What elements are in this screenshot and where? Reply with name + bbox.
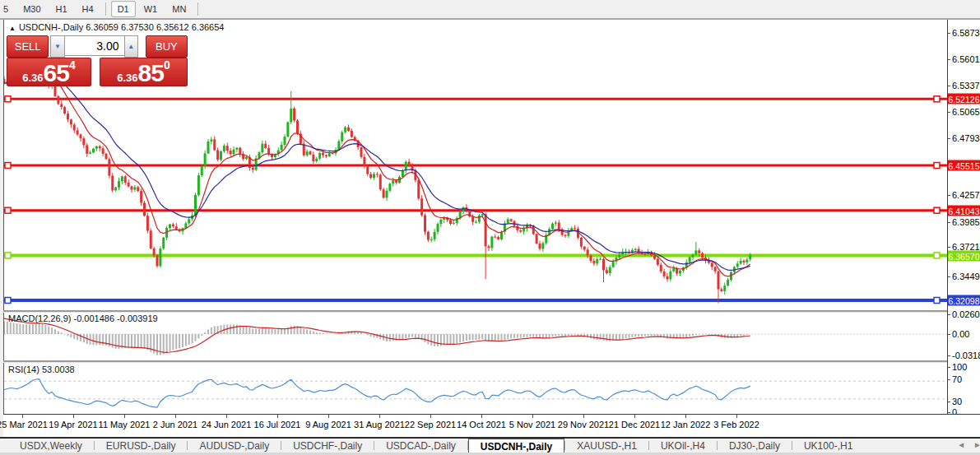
date-label: 25 Mar 2021 <box>0 420 48 429</box>
timeframe-button-w1[interactable]: W1 <box>137 1 165 17</box>
macd-axis-label: 0.00 <box>952 329 969 339</box>
tab-dj30-daily[interactable]: DJ30-,Daily <box>718 439 792 453</box>
trading-platform-window: 5M30H1H4D1W1MN ▲USDCNH-,Daily 6.36059 6.… <box>0 0 980 455</box>
buy-price-pip: 0 <box>164 59 170 71</box>
macd-label: MACD(12,26,9) -0.001486 -0.003919 <box>8 313 158 323</box>
date-label: 14 Oct 2021 <box>457 420 506 429</box>
date-tick <box>634 415 635 418</box>
date-tick <box>685 415 686 418</box>
price-axis-label: 6.47930 <box>952 133 980 143</box>
tab-usdchf-daily[interactable]: USDCHF-,Daily <box>281 439 374 453</box>
date-tick <box>226 415 227 418</box>
panel-splitter-macd[interactable] <box>3 310 980 313</box>
tab-usdx-weekly[interactable]: USDX,Weekly <box>8 439 94 453</box>
timeframe-button-h4[interactable]: H4 <box>76 1 100 17</box>
volume-input[interactable] <box>65 35 124 56</box>
macd-values: -0.001486 -0.003919 <box>73 313 157 323</box>
tab-audusd-daily[interactable]: AUDUSD-,Daily <box>188 439 281 453</box>
price-level-tag: 6.36570 <box>948 251 980 262</box>
price-axis-label: 6.53370 <box>952 81 980 91</box>
date-label: 5 Nov 2021 <box>509 420 555 429</box>
price-axis-label: 6.58730 <box>952 28 980 38</box>
ohlc-high: 6.37530 <box>121 22 154 32</box>
date-label: 9 Aug 2021 <box>305 420 351 429</box>
tab-scroll-arrows: ◄► <box>957 440 980 449</box>
toolbar-separator <box>105 2 106 16</box>
price-level-tag: 6.32098 <box>948 295 980 306</box>
timeframe-button-h1[interactable]: H1 <box>49 1 74 17</box>
buy-price-prefix: 6.36 <box>117 71 137 85</box>
tab-eurusd-daily[interactable]: EURUSD-,Daily <box>95 439 188 453</box>
timeframe-button-mn[interactable]: MN <box>165 1 193 17</box>
tab-uk100-h1[interactable]: UK100-,H1 <box>792 439 864 453</box>
collapse-arrow-icon[interactable]: ▲ <box>9 25 16 32</box>
date-tick <box>175 415 176 418</box>
rsi-axis-label: 100 <box>952 362 967 372</box>
price-axis-label: 6.42570 <box>952 190 980 200</box>
timeframe-button-m30[interactable]: M30 <box>16 1 47 17</box>
tab-scroll-right-icon[interactable]: ► <box>973 440 980 449</box>
chart-area[interactable]: ▲USDCNH-,Daily 6.36059 6.37530 6.35612 6… <box>3 20 948 414</box>
tab-ukoil-h4[interactable]: UKOil-,H4 <box>649 439 717 453</box>
date-label: 12 Jan 2022 <box>661 420 711 429</box>
price-axis-label: 6.50650 <box>952 107 980 117</box>
panel-splitter-rsi[interactable] <box>3 360 980 363</box>
date-label: 24 Jun 2021 <box>202 420 252 429</box>
date-label: 3 Feb 2022 <box>713 420 759 429</box>
date-tick <box>736 415 737 418</box>
chart-symbol-period: USDCNH-,Daily <box>19 22 83 32</box>
volume-increase-button[interactable]: ▲ <box>124 35 138 58</box>
sell-price-pip: 4 <box>69 59 76 71</box>
buy-button[interactable]: BUY <box>146 35 188 58</box>
timeframe-button-5[interactable]: 5 <box>1 1 15 17</box>
tab-scroll-left-icon[interactable]: ◄ <box>957 440 965 449</box>
date-tick <box>430 415 431 418</box>
volume-decrease-button[interactable]: ▼ <box>50 35 64 58</box>
sell-button[interactable]: SELL <box>7 35 49 58</box>
date-tick <box>277 415 278 418</box>
toolbar-separator <box>197 2 198 16</box>
date-label: 22 Sep 2021 <box>405 420 456 429</box>
price-level-tag: 6.41043 <box>948 206 980 216</box>
rsi-axis-label: 30 <box>952 397 962 406</box>
rsi-axis-label: 70 <box>952 374 962 384</box>
date-tick <box>124 415 125 418</box>
rsi-label: RSI(14) 53.0038 <box>8 364 75 374</box>
date-tick <box>532 415 533 418</box>
date-label: 31 Aug 2021 <box>354 420 405 429</box>
date-label: 19 Apr 2021 <box>49 420 97 429</box>
price-axis-label: 6.34490 <box>952 272 980 281</box>
date-tick <box>379 415 380 418</box>
ohlc-open: 6.36059 <box>86 22 118 32</box>
date-axis[interactable]: 25 Mar 202119 Apr 202111 May 20212 Jun 2… <box>3 414 980 438</box>
price-level-tag: 6.45515 <box>948 160 980 171</box>
sell-price-display[interactable]: 6.36654 <box>7 58 91 86</box>
price-axis-label: 6.39850 <box>952 217 980 227</box>
date-tick <box>583 415 584 418</box>
symbol-tabbar: USDX,WeeklyEURUSD-,DailyAUDUSD-,DailyUSD… <box>0 439 980 453</box>
macd-axis-label: 0.02607 <box>952 309 980 319</box>
date-label: 16 Jul 2021 <box>254 420 301 429</box>
date-tick <box>73 415 74 418</box>
rsi-indicator-canvas[interactable] <box>4 362 948 414</box>
sell-price-big: 65 <box>44 62 69 85</box>
price-axis[interactable]: 6.587306.560106.533706.506506.479306.425… <box>948 20 980 414</box>
macd-axis-label: -0.03187 <box>952 351 980 360</box>
date-tick <box>481 415 482 418</box>
date-label: 11 May 2021 <box>99 420 151 429</box>
one-click-trade-panel: SELL ▼ ▲ BUY 6.36654 6.36850 <box>7 35 188 99</box>
tab-usdcnh-daily[interactable]: USDCNH-,Daily <box>468 439 564 453</box>
ohlc-close: 6.36654 <box>192 22 225 32</box>
sell-price-prefix: 6.36 <box>22 71 43 85</box>
buy-price-big: 85 <box>138 62 164 85</box>
date-label: 21 Dec 2021 <box>609 420 660 429</box>
price-axis-label: 6.56010 <box>952 54 980 64</box>
tab-xauusd-h1[interactable]: XAUUSD-,H1 <box>565 439 648 453</box>
timeframe-toolbar: 5M30H1H4D1W1MN <box>0 0 980 20</box>
date-label: 2 Jun 2021 <box>153 420 197 429</box>
tab-usdcad-daily[interactable]: USDCAD-,Daily <box>374 439 467 453</box>
timeframe-button-d1[interactable]: D1 <box>111 1 136 17</box>
buy-price-display[interactable]: 6.36850 <box>100 58 188 86</box>
rsi-value: 53.0038 <box>42 364 75 374</box>
chart-title: ▲USDCNH-,Daily 6.36059 6.37530 6.35612 6… <box>9 22 224 32</box>
